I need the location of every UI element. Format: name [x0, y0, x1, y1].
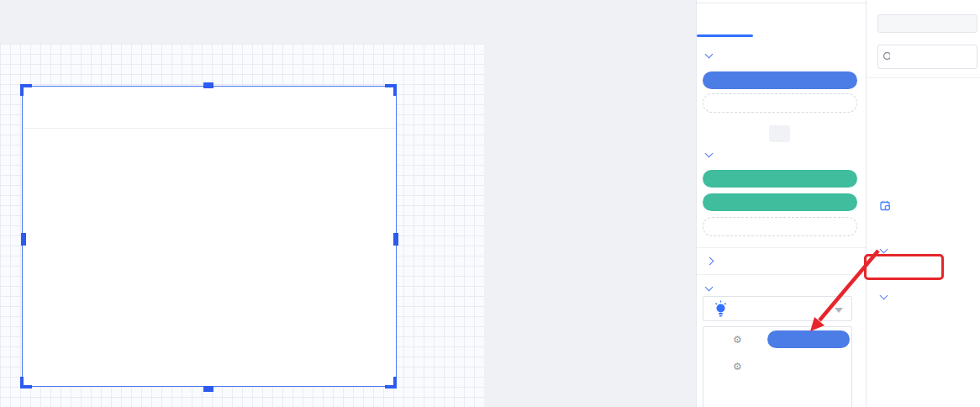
field-item[interactable] [875, 381, 889, 396]
app-window: ⚙ ⚙ [0, 0, 980, 407]
selection-handle[interactable] [393, 377, 397, 388]
field-item[interactable] [880, 149, 894, 164]
annotation-highlight-box [864, 254, 944, 280]
fields-panel [866, 0, 980, 407]
panel-divider [697, 3, 867, 3]
x-axis-field-pill[interactable] [703, 71, 857, 89]
section-divider [867, 77, 980, 78]
gear-icon[interactable]: ⚙ [733, 362, 742, 372]
field-item[interactable] [880, 124, 894, 139]
field-item[interactable] [880, 198, 894, 213]
section-divider [697, 247, 867, 248]
data-model-button[interactable] [877, 14, 977, 33]
date-icon [880, 200, 891, 211]
field-item[interactable] [885, 334, 899, 349]
chevron-right-icon[interactable] [706, 257, 714, 266]
active-tab-underline [697, 34, 753, 37]
title-divider [23, 128, 396, 129]
chart-widget[interactable] [23, 87, 396, 386]
gear-icon[interactable]: ⚙ [733, 335, 742, 345]
field-search[interactable] [877, 45, 977, 69]
field-item[interactable] [880, 221, 894, 236]
search-icon [883, 51, 890, 62]
y-axis-field-pill[interactable] [703, 193, 857, 211]
selection-handle[interactable] [21, 233, 26, 246]
y-axis-drop-zone[interactable] [703, 217, 857, 236]
lightbulb-icon [714, 300, 727, 319]
field-item[interactable] [875, 357, 889, 373]
chevron-down-icon[interactable] [705, 50, 714, 59]
inspector-panel: ⚙ ⚙ [696, 0, 866, 407]
y-axis-field-pill[interactable] [703, 170, 857, 188]
field-item-clipped[interactable] [867, 104, 980, 111]
selection-handle[interactable] [393, 84, 397, 96]
field-item[interactable] [885, 311, 899, 326]
chevron-down-icon [880, 245, 888, 253]
chevron-down-icon[interactable] [705, 283, 714, 292]
selection-handle[interactable] [393, 233, 398, 246]
color-field-pill[interactable] [767, 330, 850, 348]
section-divider [697, 274, 867, 275]
chart-legend [37, 137, 62, 151]
search-input[interactable] [893, 50, 972, 64]
selection-handle[interactable] [203, 386, 213, 392]
caret-down-icon [835, 308, 843, 313]
chevron-down-icon[interactable] [705, 150, 714, 158]
selection-handle[interactable] [20, 84, 24, 96]
field-item[interactable] [880, 174, 894, 189]
field-group-segment[interactable] [881, 288, 893, 303]
chart-type-dropdown[interactable] [703, 296, 852, 321]
x-axis-drop-zone[interactable] [703, 93, 857, 113]
mark-properties-box: ⚙ ⚙ [703, 326, 852, 407]
selection-handle[interactable] [20, 377, 24, 388]
swap-axes-button[interactable] [769, 125, 790, 142]
selection-handle[interactable] [203, 82, 213, 88]
chevron-down-icon [880, 291, 888, 299]
